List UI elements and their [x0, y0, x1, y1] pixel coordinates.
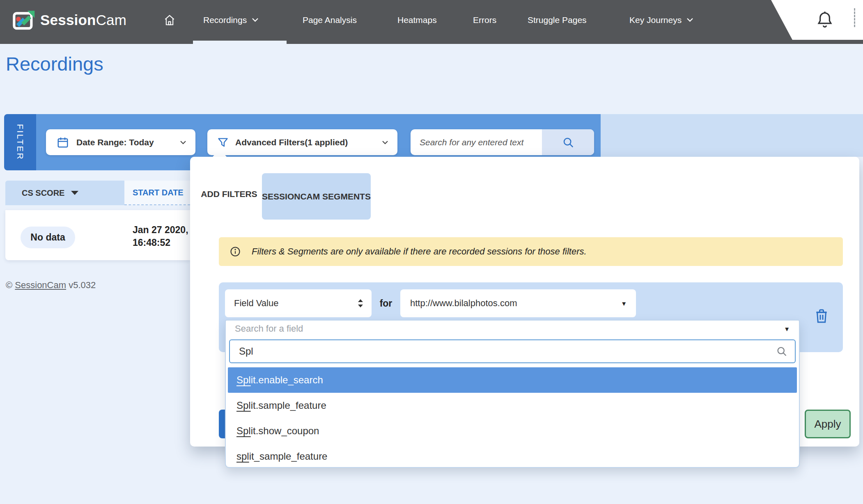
filter-side-tab[interactable]: FILTER — [4, 114, 36, 170]
table-row[interactable]: No data Jan 27 2020, 16:48:52 — [5, 210, 190, 260]
chevron-down-icon — [252, 18, 259, 22]
info-banner: Filters & Segments are only available if… — [219, 237, 843, 266]
app-window: SessionCam Recordings Page Analysis Heat… — [0, 0, 863, 504]
start-date-value: Jan 27 2020, 16:48:52 — [133, 224, 188, 249]
field-search-input[interactable] — [230, 346, 776, 357]
brand-name: SessionCam — [40, 12, 126, 28]
filter-type-select[interactable]: Field Value — [225, 289, 372, 317]
filter-bar-light-extension — [601, 114, 863, 157]
notifications-bell-icon[interactable] — [816, 11, 833, 30]
field-option-split-enable-search[interactable]: Split.enable_search — [228, 367, 797, 393]
dropdown-caret-icon: ▼ — [621, 300, 627, 307]
calendar-icon — [57, 136, 69, 149]
nav-active-indicator — [193, 41, 287, 44]
select-spinner-icon — [358, 299, 363, 308]
nav-edge-dashed-divider — [854, 8, 855, 27]
field-option-split-show-coupon[interactable]: Split.show_coupon — [226, 418, 799, 444]
delete-filter-button[interactable] — [814, 308, 829, 324]
session-search-group — [411, 129, 594, 155]
nav-right-notch — [764, 0, 863, 40]
nav-item-struggle-pages[interactable]: Struggle Pages — [528, 0, 587, 40]
apply-button[interactable]: Apply — [805, 410, 851, 438]
nav-item-recordings[interactable]: Recordings — [203, 0, 259, 40]
filter-funnel-icon — [217, 137, 229, 148]
nav-item-page-analysis[interactable]: Page Analysis — [303, 0, 357, 40]
advanced-filters-button[interactable]: Advanced Filters(1 applied) — [207, 129, 397, 155]
sessioncam-logo-icon — [12, 9, 35, 32]
cs-score-badge: No data — [21, 227, 75, 248]
nav-item-errors[interactable]: Errors — [473, 0, 496, 40]
field-option-split-sample-feature-lower[interactable]: split_sample_feature — [226, 444, 799, 469]
field-search-dropdown: Search for a field ▼ Split.enable_search… — [225, 320, 800, 468]
home-icon — [163, 14, 176, 26]
field-search-input-wrap — [229, 339, 796, 363]
search-icon — [776, 346, 787, 357]
sort-descending-icon — [71, 191, 78, 195]
chevron-down-icon — [686, 18, 693, 22]
top-navbar: SessionCam Recordings Page Analysis Heat… — [0, 0, 863, 44]
field-option-split-sample-feature[interactable]: Split.sample_feature — [226, 393, 799, 418]
field-select-collapsed[interactable]: Search for a field ▼ — [226, 321, 799, 337]
nav-item-heatmaps[interactable]: Heatmaps — [397, 0, 437, 40]
chevron-down-icon — [180, 140, 186, 144]
brand-logo[interactable]: SessionCam — [12, 0, 126, 40]
table-header-start-date[interactable]: START DATE — [124, 181, 190, 205]
info-icon — [230, 246, 241, 257]
nav-item-home[interactable] — [163, 0, 176, 40]
chevron-down-icon — [382, 140, 388, 144]
page-title: Recordings — [6, 53, 103, 75]
session-search-button[interactable] — [542, 129, 594, 155]
tab-sessioncam-segments[interactable]: SESSIONCAM SEGMENTS — [262, 173, 371, 220]
info-banner-text: Filters & Segments are only available if… — [252, 246, 587, 257]
table-header-cs-score[interactable]: CS SCORE — [5, 181, 124, 205]
advanced-filters-panel: ADD FILTERS SESSIONCAM SEGMENTS Filters … — [190, 157, 859, 447]
search-icon — [562, 136, 574, 149]
footer-sessioncam-link[interactable]: SessionCam — [15, 280, 66, 290]
dropdown-caret-icon: ▼ — [784, 325, 790, 332]
site-select[interactable]: http://www.bilalphotos.com ▼ — [400, 289, 636, 317]
date-range-button[interactable]: Date Range: Today — [46, 129, 195, 155]
nav-item-key-journeys[interactable]: Key Journeys — [629, 0, 693, 40]
session-search-input[interactable] — [411, 129, 542, 155]
tab-add-filters[interactable]: ADD FILTERS — [198, 184, 260, 204]
footer-version: © SessionCam v5.032 — [6, 280, 96, 291]
for-label: for — [372, 289, 400, 317]
